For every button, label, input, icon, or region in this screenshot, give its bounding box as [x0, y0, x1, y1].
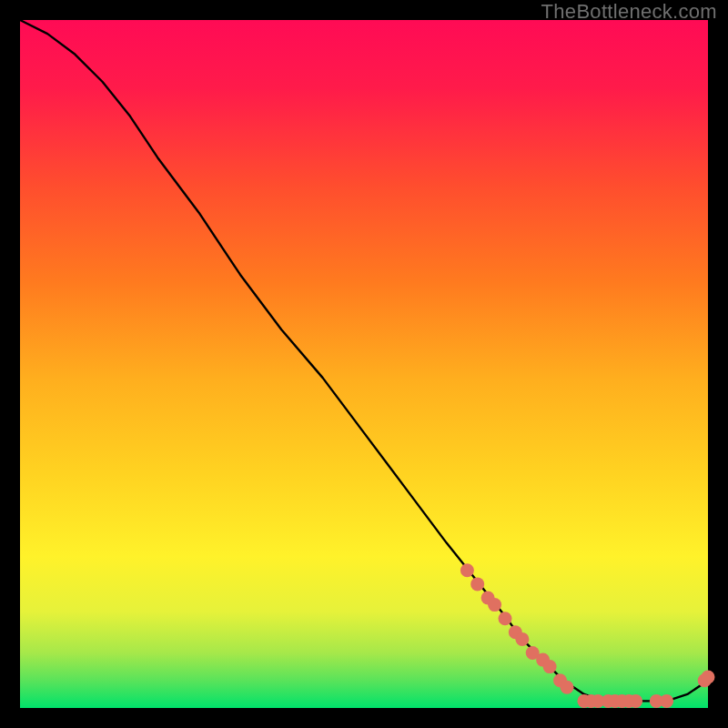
chart-stage: TheBottleneck.com: [0, 0, 728, 728]
marker-dot: [702, 671, 715, 684]
marker-dot: [543, 660, 557, 673]
marker-dots-group: [460, 563, 715, 708]
marker-dot: [470, 577, 484, 591]
main-curve-line: [20, 20, 708, 701]
chart-overlay: [20, 20, 708, 708]
marker-dot: [629, 694, 642, 708]
marker-dot: [561, 681, 574, 694]
marker-dot: [660, 694, 673, 708]
marker-dot: [499, 612, 512, 625]
watermark-text: TheBottleneck.com: [541, 0, 717, 24]
marker-dot: [515, 632, 529, 646]
marker-dot: [488, 598, 501, 612]
marker-dot: [460, 563, 474, 577]
